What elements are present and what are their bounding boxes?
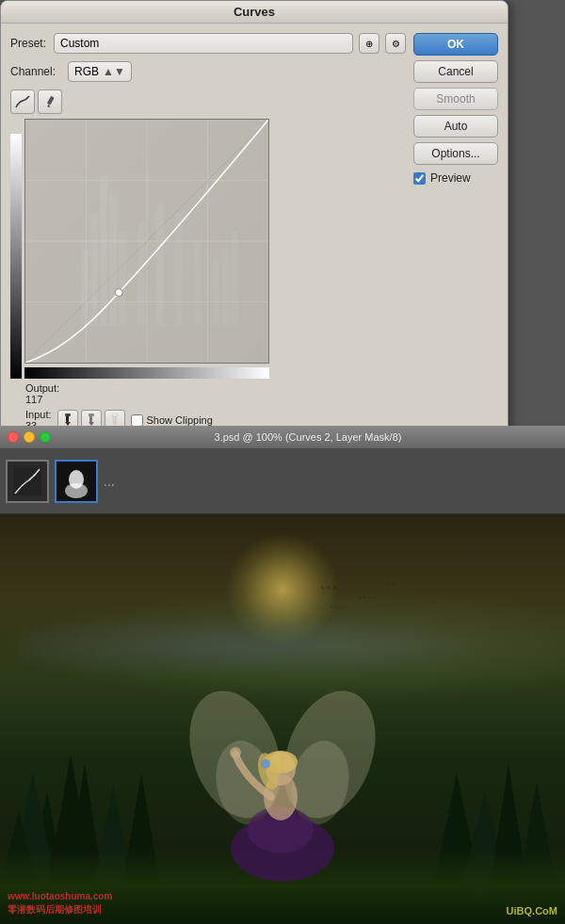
dialog-title: Curves <box>234 5 275 19</box>
preview-label: Preview <box>430 171 471 185</box>
svg-point-64 <box>261 759 270 769</box>
channel-value: RGB <box>74 65 99 78</box>
svg-rect-21 <box>231 232 238 325</box>
preview-checkbox[interactable] <box>413 172 426 185</box>
birds-svg: ∿ ∿ ∿ ∿ ∿ ∿ ∿ ∿ ∿ ∿ ∿ ∿ ∿ ∿ ∿ ∿ ∿ <box>311 571 518 637</box>
svg-rect-11 <box>90 213 98 325</box>
layer-link-icon: ... <box>104 474 115 489</box>
close-button[interactable] <box>8 431 19 443</box>
ps-titlebar: 3.psd @ 100% (Curves 2, Layer Mask/8) <box>0 426 565 448</box>
preset-gear-button[interactable]: ⚙ <box>385 33 406 54</box>
dialog-left-panel: Preset: Custom ⊕ ⚙ Channel: RGB ▲▼ <box>10 33 406 459</box>
mask-thumb-icon <box>57 462 95 500</box>
curves-thumb-icon <box>13 467 41 495</box>
svg-rect-14 <box>119 232 126 325</box>
svg-rect-12 <box>100 176 107 326</box>
watermark-url: www.luotaoshuma.com 零潜数码后期修图培训 <box>8 890 112 916</box>
fairy-figure-svg <box>170 632 396 896</box>
smooth-button[interactable]: Smooth <box>413 88 498 110</box>
curve-container <box>24 119 269 379</box>
curve-tool-button[interactable] <box>10 89 35 114</box>
output-input-labels: Output: 117 <box>25 381 406 405</box>
svg-text:∿ ∿ ∿: ∿ ∿ ∿ <box>320 585 337 591</box>
svg-text:∿ ∿: ∿ ∿ <box>386 580 395 586</box>
svg-text:∿ ∿ ∿ ∿: ∿ ∿ ∿ ∿ <box>358 594 377 600</box>
svg-rect-1 <box>47 96 55 105</box>
dialog-right-panel: OK Cancel Smooth Auto Options... Preview <box>413 33 498 459</box>
curves-dialog: Curves Preset: Custom ⊕ ⚙ Channel: <box>0 0 508 469</box>
svg-rect-17 <box>175 213 183 325</box>
preview-row: Preview <box>413 171 498 185</box>
svg-point-36 <box>65 483 88 498</box>
ps-canvas: ∿ ∿ ∿ ∿ ∿ ∿ ∿ ∿ ∿ ∿ ∿ ∿ ∿ ∿ ∿ ∿ ∿ <box>0 514 565 924</box>
auto-button[interactable]: Auto <box>413 115 498 138</box>
ps-window-title: 3.psd @ 100% (Curves 2, Layer Mask/8) <box>58 431 557 443</box>
minimize-button[interactable] <box>24 431 35 443</box>
curve-svg[interactable] <box>24 119 269 364</box>
ps-layers-strip: ... <box>0 448 565 514</box>
curve-tool-icon <box>15 94 30 109</box>
maximize-button[interactable] <box>40 431 51 443</box>
options-button[interactable]: Options... <box>413 142 498 165</box>
svg-text:∿ ∿ ∿: ∿ ∿ ∿ <box>424 600 434 605</box>
watermark-left: www.luotaoshuma.com 零潜数码后期修图培训 <box>8 890 112 916</box>
input-gradient-bar <box>24 367 269 379</box>
preset-label: Preset: <box>10 37 48 50</box>
svg-rect-25 <box>65 413 71 416</box>
preset-dropdown-button[interactable]: ⊕ <box>359 33 379 54</box>
channel-arrow-icon: ▲▼ <box>103 65 125 78</box>
watermark-right: UiBQ.CoM <box>507 905 557 916</box>
show-clipping-label: Show Clipping <box>147 414 213 426</box>
svg-point-63 <box>230 747 241 758</box>
svg-rect-13 <box>109 194 117 325</box>
mask-layer-thumb[interactable] <box>55 460 98 503</box>
svg-rect-15 <box>137 222 145 325</box>
svg-marker-2 <box>47 105 50 107</box>
eyedropper-black-icon <box>61 413 74 427</box>
preset-select[interactable]: Custom <box>54 33 353 54</box>
pencil-tool-button[interactable] <box>38 89 62 114</box>
tools-row <box>10 89 406 114</box>
output-value: 117 <box>25 394 59 405</box>
preset-row: Preset: Custom ⊕ ⚙ <box>10 33 406 54</box>
show-clipping-checkbox[interactable] <box>131 414 143 427</box>
output-side <box>10 134 22 379</box>
svg-rect-18 <box>194 241 202 325</box>
channel-label: Channel: <box>10 65 62 78</box>
eyedropper-white-icon <box>108 413 121 427</box>
dialog-titlebar: Curves <box>1 1 508 24</box>
gear-icon: ⚙ <box>392 39 400 49</box>
photoshop-window: 3.psd @ 100% (Curves 2, Layer Mask/8) ..… <box>0 426 565 924</box>
eyedropper-gray-icon <box>85 413 98 427</box>
svg-rect-31 <box>112 413 118 416</box>
traffic-lights <box>8 431 51 443</box>
curve-section <box>10 119 406 379</box>
show-clipping-row: Show Clipping <box>131 414 213 427</box>
input-label: Input: <box>25 409 52 420</box>
svg-rect-20 <box>221 251 229 325</box>
svg-point-22 <box>115 289 122 297</box>
svg-text:∿ ∿ ∿ ∿ ∿: ∿ ∿ ∿ ∿ ∿ <box>330 605 347 609</box>
cancel-button[interactable]: Cancel <box>413 60 498 83</box>
preset-dropdown-icon: ⊕ <box>365 39 373 49</box>
output-label: Output: <box>25 382 59 394</box>
pencil-tool-icon <box>42 94 57 109</box>
channel-row: Channel: RGB ▲▼ <box>10 61 406 82</box>
ok-button[interactable]: OK <box>413 33 498 56</box>
curves-layer-thumb[interactable] <box>6 460 49 503</box>
channel-select[interactable]: RGB ▲▼ <box>68 61 132 82</box>
svg-rect-19 <box>212 260 219 325</box>
svg-rect-10 <box>82 251 89 325</box>
svg-rect-16 <box>156 203 164 325</box>
svg-rect-28 <box>89 413 94 416</box>
output-gradient <box>10 134 22 379</box>
